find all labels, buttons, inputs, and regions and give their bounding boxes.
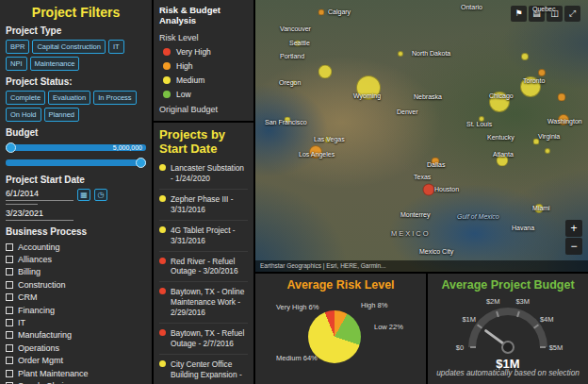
project-type-option[interactable]: NPI xyxy=(6,57,27,71)
project-status-option[interactable]: Evaluation xyxy=(48,91,90,105)
project-dot xyxy=(159,360,166,367)
project-list-item[interactable]: Lancaster Substation - 1/24/2020 xyxy=(159,163,248,190)
risk-budget-analysis-panel: Risk & Budget Analysis Risk Level Very H… xyxy=(154,0,253,121)
map-label: Calgary xyxy=(328,8,351,15)
map-marker[interactable] xyxy=(423,184,435,196)
checkbox[interactable] xyxy=(6,281,13,289)
map-label: Washington xyxy=(547,118,582,125)
project-list-item[interactable]: Zepher Phase III - 3/31/2016 xyxy=(159,194,248,221)
date-to-input[interactable]: 3/23/2021 xyxy=(6,209,74,221)
gauge-tick-label: $2M xyxy=(486,297,500,306)
middle-column: Risk & Budget Analysis Risk Level Very H… xyxy=(154,0,253,384)
business-process-item[interactable]: Accounting xyxy=(6,241,146,253)
project-status-option[interactable]: Planned xyxy=(44,108,80,122)
map-marker[interactable] xyxy=(318,65,333,79)
legend-dot xyxy=(163,76,171,84)
business-process-item[interactable]: Manufacturing xyxy=(6,329,146,342)
map-label: Houston xyxy=(434,186,459,192)
map-marker[interactable] xyxy=(538,69,546,76)
pie-slice-label: Very High 6% xyxy=(276,303,318,311)
project-type-option[interactable]: Maintenance xyxy=(30,57,80,71)
business-process-item[interactable]: Order Mgmt xyxy=(6,355,146,367)
checkbox-label: Operations xyxy=(18,343,59,353)
risk-legend: Very HighHighMediumLow xyxy=(159,47,248,99)
business-process-item[interactable]: Plant Maintenance xyxy=(6,367,146,379)
checkbox-label: Plant Maintenance xyxy=(18,369,89,378)
project-type-option[interactable]: Capital Construction xyxy=(32,40,106,54)
business-process-item[interactable]: Alliances xyxy=(6,253,146,265)
gauge-title: Average Project Budget xyxy=(428,278,588,292)
project-list-item[interactable]: Baytown, TX - Refuel Outage - 2/7/2016 xyxy=(159,328,248,355)
business-process-item[interactable]: Operations xyxy=(6,342,146,354)
budget-slider-min-handle[interactable] xyxy=(6,142,16,153)
budget-slider-max-handle[interactable] xyxy=(136,158,146,168)
pie-title: Average Risk Level xyxy=(255,278,426,292)
map-label: Havana xyxy=(512,225,534,231)
risk-legend-item: Low xyxy=(163,90,248,99)
original-budget-label: Original Budget xyxy=(159,105,248,114)
checkbox[interactable] xyxy=(6,319,13,326)
checkbox[interactable] xyxy=(6,370,13,377)
checkbox-label: IT xyxy=(18,318,25,327)
map-attribution: Earthstar Geographics | Esri, HERE, Garm… xyxy=(255,260,588,272)
business-process-item[interactable]: Billing xyxy=(6,266,146,278)
gauge-tick-label: $3M xyxy=(515,297,530,306)
pie-slice-label: High 8% xyxy=(361,301,387,309)
expand-icon[interactable]: ⤢ xyxy=(564,6,580,22)
budget-gauge: $1M $0$1M$2M$3M$4M$5M xyxy=(437,300,579,376)
map-label: Mexico City xyxy=(419,248,453,255)
map[interactable]: ⚑▤◫⤢ + − Earthstar Geographics | Esri, H… xyxy=(255,0,588,272)
business-process-item[interactable]: Supply Chain xyxy=(6,379,146,384)
business-process-item[interactable]: Financing xyxy=(6,304,146,316)
project-status-option[interactable]: In Process xyxy=(93,91,136,105)
project-type-option[interactable]: IT xyxy=(108,40,124,54)
map-marker[interactable] xyxy=(545,148,550,154)
project-list-item[interactable]: City Center Office Building Expansion - xyxy=(159,359,248,384)
clock-icon[interactable]: ◷ xyxy=(94,189,107,201)
projects-list: Lancaster Substation - 1/24/2020Zepher P… xyxy=(159,163,248,384)
map-label: Atlanta xyxy=(493,151,514,158)
project-list-item[interactable]: 4G Tablet Project - 3/31/2016 xyxy=(159,225,248,252)
checkbox[interactable] xyxy=(6,331,13,339)
map-label: North Dakota xyxy=(412,50,450,57)
zoom-out-button[interactable]: − xyxy=(565,238,582,255)
projects-title: Projects by Start Date xyxy=(159,128,248,157)
map-marker[interactable] xyxy=(521,53,529,60)
project-list-item[interactable]: Baytown, TX - Online Maintenance Work - … xyxy=(159,287,248,324)
bookmark-icon[interactable]: ⚑ xyxy=(511,6,527,22)
calendar-icon[interactable]: ▦ xyxy=(77,189,90,201)
business-process-item[interactable]: IT xyxy=(6,316,146,328)
business-process-item[interactable]: CRM xyxy=(6,292,146,304)
budget-slider-min: 5,000,000 xyxy=(6,142,146,154)
checkbox-label: Order Mgmt xyxy=(18,356,63,365)
map-label: Wyoming xyxy=(353,92,381,99)
budget-slider-max-track[interactable] xyxy=(6,159,146,166)
date-from-input[interactable]: 6/1/2014 xyxy=(6,189,74,201)
gauge-tick-label: $5M xyxy=(549,343,564,352)
checkbox[interactable] xyxy=(6,307,13,314)
checkbox[interactable] xyxy=(6,293,13,301)
project-list-item[interactable]: Red River - Refuel Outage - 3/20/2016 xyxy=(159,257,248,283)
checkbox[interactable] xyxy=(6,357,13,364)
pie-slice-label: Medium 64% xyxy=(276,354,318,362)
date-from-row: 6/1/2014 ▦ ◷ xyxy=(6,189,146,201)
legend-dot xyxy=(163,62,171,70)
checkbox[interactable] xyxy=(6,256,13,263)
business-process-item[interactable]: Construction xyxy=(6,278,146,291)
project-text: Zepher Phase III - 3/31/2016 xyxy=(171,194,248,215)
map-label: MEXICO xyxy=(391,229,431,238)
project-type-option[interactable]: BPR xyxy=(6,40,29,54)
project-status-label: Project Status: xyxy=(6,76,146,87)
checkbox[interactable] xyxy=(6,243,13,251)
checkbox[interactable] xyxy=(6,344,13,352)
legend-label: High xyxy=(176,61,192,71)
project-status-option[interactable]: On Hold xyxy=(6,108,41,122)
zoom-in-button[interactable]: + xyxy=(565,220,582,237)
average-risk-level-panel: Average Risk Level High 8%Low 22%Medium … xyxy=(255,274,426,384)
map-marker[interactable] xyxy=(558,93,566,102)
checkbox[interactable] xyxy=(6,268,13,275)
project-status-options: CompleteEvaluationIn ProcessOn HoldPlann… xyxy=(6,91,146,122)
map-marker[interactable] xyxy=(398,51,403,57)
map-marker[interactable] xyxy=(318,9,325,16)
project-status-option[interactable]: Complete xyxy=(6,91,45,105)
